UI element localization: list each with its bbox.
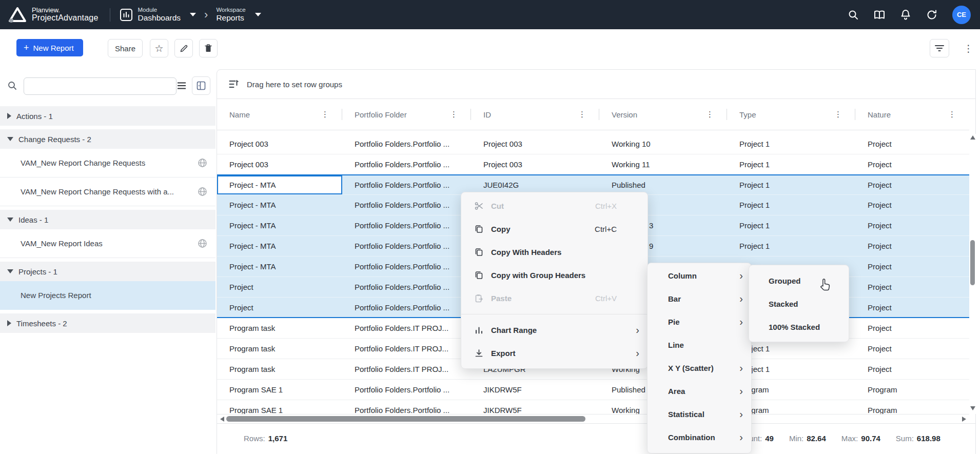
chart-type-item-column[interactable]: Column› bbox=[648, 264, 751, 287]
refresh-icon[interactable] bbox=[926, 9, 938, 21]
grid-row-14[interactable]: Program SAE 1Portfolio Folders.Portfolio… bbox=[217, 400, 969, 414]
context-menu-item-copy-with-group-headers[interactable]: Copy with Group Headers bbox=[461, 264, 648, 287]
grid-row-13[interactable]: Program SAE 1Portfolio Folders.Portfolio… bbox=[217, 380, 969, 400]
notifications-bell-icon[interactable] bbox=[900, 9, 911, 21]
chart-type-item-combination[interactable]: Combination› bbox=[648, 426, 751, 449]
column-header-type[interactable]: Type⋮ bbox=[727, 99, 855, 130]
user-avatar[interactable]: CE bbox=[952, 6, 971, 24]
sidebar-search-input[interactable] bbox=[24, 77, 177, 95]
context-menu-item-paste[interactable]: PasteCtrl+V bbox=[461, 287, 648, 310]
sidebar-group-projects-1[interactable]: Projects - 1 bbox=[0, 262, 215, 281]
sidebar-group-timesheets-2[interactable]: Timesheets - 2 bbox=[0, 313, 215, 333]
chart-type-item-line[interactable]: Line bbox=[648, 333, 751, 357]
cell-type[interactable]: Project 1 bbox=[727, 175, 855, 194]
column-variant-item-grouped[interactable]: Grouped bbox=[749, 269, 849, 292]
cell-nature[interactable]: Project bbox=[855, 277, 969, 297]
cell-name[interactable]: Project bbox=[217, 277, 342, 297]
sidebar-group-actions-1[interactable]: Actions - 1 bbox=[0, 106, 215, 126]
workspace-selector[interactable]: Workspace Reports bbox=[216, 7, 261, 23]
cell-nature[interactable]: Project bbox=[855, 154, 969, 174]
vertical-scroll-thumb[interactable] bbox=[970, 240, 975, 285]
cell-portfolio[interactable]: Portfolio Folders.Portfolio ... bbox=[342, 277, 471, 297]
cell-name[interactable]: Program task bbox=[217, 339, 342, 359]
grid-row-1[interactable]: Project 003Portfolio Folders.Portfolio .… bbox=[217, 134, 969, 154]
cell-portfolio[interactable]: Portfolio Folders.IT PROJ... bbox=[342, 339, 471, 359]
scroll-up-arrow[interactable] bbox=[970, 135, 975, 140]
share-button[interactable]: Share bbox=[108, 39, 143, 57]
column-menu-icon[interactable]: ⋮ bbox=[450, 110, 458, 119]
chart-type-item-statistical[interactable]: Statistical› bbox=[648, 403, 751, 426]
context-menu-item-export[interactable]: Export› bbox=[461, 342, 648, 365]
cell-portfolio[interactable]: Portfolio Folders.Portfolio ... bbox=[342, 154, 471, 174]
cell-portfolio[interactable]: Portfolio Folders.Portfolio ... bbox=[342, 134, 471, 154]
cell-portfolio[interactable]: Portfolio Folders.Portfolio ... bbox=[342, 400, 471, 414]
cell-nature[interactable]: Project bbox=[855, 318, 969, 338]
toolbar-kebab-menu-button[interactable]: ⋮ bbox=[961, 39, 976, 57]
sidebar-group-ideas-1[interactable]: Ideas - 1 bbox=[0, 210, 215, 229]
cell-name[interactable]: Project 003 bbox=[217, 134, 342, 154]
cell-portfolio[interactable]: Portfolio Folders.Portfolio ... bbox=[342, 380, 471, 400]
chart-type-item-area[interactable]: Area› bbox=[648, 380, 751, 403]
column-menu-icon[interactable]: ⋮ bbox=[578, 110, 586, 119]
cell-nature[interactable]: Project bbox=[855, 339, 969, 359]
chart-type-item-pie[interactable]: Pie› bbox=[648, 310, 751, 333]
cell-name[interactable]: Project - MTA bbox=[217, 256, 342, 277]
planview-logo[interactable]: Planview. ProjectAdvantage bbox=[8, 7, 99, 23]
cell-type[interactable]: Project 1 bbox=[727, 215, 855, 235]
cell-nature[interactable]: Program bbox=[855, 380, 969, 400]
cell-name[interactable]: Program SAE 1 bbox=[217, 380, 342, 400]
delete-trash-button[interactable] bbox=[199, 39, 218, 57]
vertical-scrollbar[interactable] bbox=[969, 134, 976, 414]
cell-nature[interactable]: Project bbox=[855, 175, 969, 194]
column-menu-icon[interactable]: ⋮ bbox=[706, 110, 714, 119]
search-icon[interactable] bbox=[848, 9, 859, 21]
cell-name[interactable]: Project - MTA bbox=[217, 236, 342, 256]
scroll-down-arrow[interactable] bbox=[970, 406, 975, 410]
cell-portfolio[interactable]: Portfolio Folders.Portfolio ... bbox=[342, 215, 471, 235]
cell-name[interactable]: Program task bbox=[217, 318, 342, 338]
cell-name[interactable]: Project 003 bbox=[217, 154, 342, 174]
sidebar-item-vam-new-report-ideas[interactable]: VAM_New Report Ideas bbox=[0, 229, 215, 258]
cell-type[interactable]: Project 1 bbox=[727, 195, 855, 215]
cell-name[interactable]: Project bbox=[217, 298, 342, 317]
collapse-panel-button[interactable] bbox=[192, 76, 210, 95]
scroll-left-arrow[interactable] bbox=[220, 417, 224, 422]
cell-nature[interactable]: Project bbox=[855, 215, 969, 235]
cell-version[interactable]: Working 10 bbox=[599, 134, 727, 154]
sidebar-item-vam-new-report-change-requests-with-a[interactable]: VAM_New Report Change Requests with a... bbox=[0, 177, 215, 206]
cell-nature[interactable]: Project bbox=[855, 195, 969, 215]
cell-portfolio[interactable]: Portfolio Folders.Portfolio ... bbox=[342, 256, 471, 277]
column-variant-item-100-stacked[interactable]: 100% Stacked bbox=[749, 315, 849, 339]
cell-type[interactable]: Project 1 bbox=[727, 236, 855, 256]
cell-id[interactable]: JIKDRW5F bbox=[471, 400, 599, 414]
edit-pencil-button[interactable] bbox=[174, 39, 193, 57]
module-selector[interactable]: Module Dashboards bbox=[120, 7, 197, 23]
scroll-right-arrow[interactable] bbox=[962, 417, 966, 422]
documentation-book-icon[interactable] bbox=[873, 9, 886, 21]
context-menu-item-chart-range[interactable]: Chart Range› bbox=[461, 319, 648, 342]
column-menu-icon[interactable]: ⋮ bbox=[948, 110, 956, 119]
cell-nature[interactable]: Project bbox=[855, 236, 969, 256]
cell-id[interactable]: Project 003 bbox=[471, 134, 599, 154]
cell-nature[interactable]: Program bbox=[855, 400, 969, 414]
cell-portfolio[interactable]: Portfolio Folders.Portfolio ... bbox=[342, 298, 471, 317]
cell-type[interactable]: Project 1 bbox=[727, 154, 855, 174]
column-menu-icon[interactable]: ⋮ bbox=[321, 110, 329, 119]
chart-type-item-x-y-scatter[interactable]: X Y (Scatter)› bbox=[648, 357, 751, 380]
column-header-name[interactable]: Name⋮ bbox=[217, 99, 342, 130]
cell-id[interactable]: Project 003 bbox=[471, 154, 599, 174]
row-group-drop-zone[interactable]: Drag here to set row groups bbox=[217, 70, 975, 99]
cell-portfolio[interactable]: Portfolio Folders.IT PROJ... bbox=[342, 318, 471, 338]
cell-portfolio[interactable]: Portfolio Folders.Portfolio ... bbox=[342, 195, 471, 215]
filter-button[interactable] bbox=[930, 39, 949, 57]
cell-name[interactable]: Project - MTA bbox=[217, 175, 342, 194]
context-menu-item-copy[interactable]: CopyCtrl+C bbox=[461, 218, 648, 241]
cell-name[interactable]: Program task bbox=[217, 359, 342, 379]
cell-portfolio[interactable]: Portfolio Folders.IT PROJ... bbox=[342, 359, 471, 379]
context-menu-item-copy-with-headers[interactable]: Copy With Headers bbox=[461, 241, 648, 264]
cell-type[interactable]: Project 1 bbox=[727, 134, 855, 154]
cell-name[interactable]: Project - MTA bbox=[217, 195, 342, 215]
column-header-version[interactable]: Version⋮ bbox=[599, 99, 727, 130]
cell-nature[interactable]: Project bbox=[855, 134, 969, 154]
sidebar-group-change-requests-2[interactable]: Change Requests - 2 bbox=[0, 129, 215, 149]
